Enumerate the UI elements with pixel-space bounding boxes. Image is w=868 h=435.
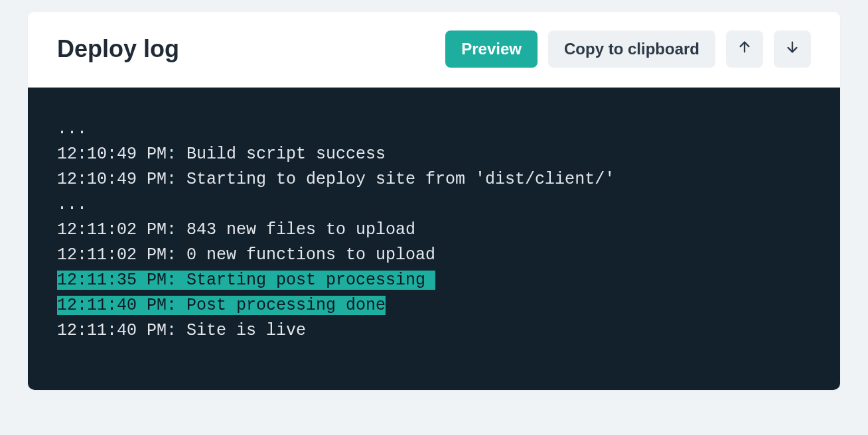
log-line: 12:10:49 PM: Starting to deploy site fro… — [57, 167, 811, 192]
log-line: 12:11:40 PM: Site is live — [57, 318, 811, 343]
log-line-highlight: 12:11:35 PM: Starting post processing — [57, 271, 435, 290]
scroll-down-button[interactable] — [774, 31, 811, 68]
log-line-highlight: 12:11:40 PM: Post processing done — [57, 296, 386, 315]
log-line: 12:11:40 PM: Post processing done — [57, 293, 811, 318]
log-line: 12:11:35 PM: Starting post processing — [57, 268, 811, 293]
log-output: ...12:10:49 PM: Build script success12:1… — [28, 88, 840, 390]
deploy-log-header: Deploy log Preview Copy to clipboard — [28, 12, 840, 88]
page-title: Deploy log — [57, 35, 445, 63]
preview-button[interactable]: Preview — [445, 31, 538, 68]
log-line: 12:11:02 PM: 843 new files to upload — [57, 218, 811, 243]
arrow-up-icon — [737, 40, 752, 58]
copy-to-clipboard-button[interactable]: Copy to clipboard — [548, 31, 715, 68]
log-line: ... — [57, 117, 811, 142]
header-actions: Preview Copy to clipboard — [445, 31, 811, 68]
arrow-down-icon — [785, 40, 800, 58]
scroll-up-button[interactable] — [726, 31, 763, 68]
deploy-log-card: Deploy log Preview Copy to clipboard ...… — [28, 12, 840, 390]
log-line: 12:10:49 PM: Build script success — [57, 142, 811, 167]
log-line: 12:11:02 PM: 0 new functions to upload — [57, 243, 811, 268]
log-line: ... — [57, 192, 811, 218]
